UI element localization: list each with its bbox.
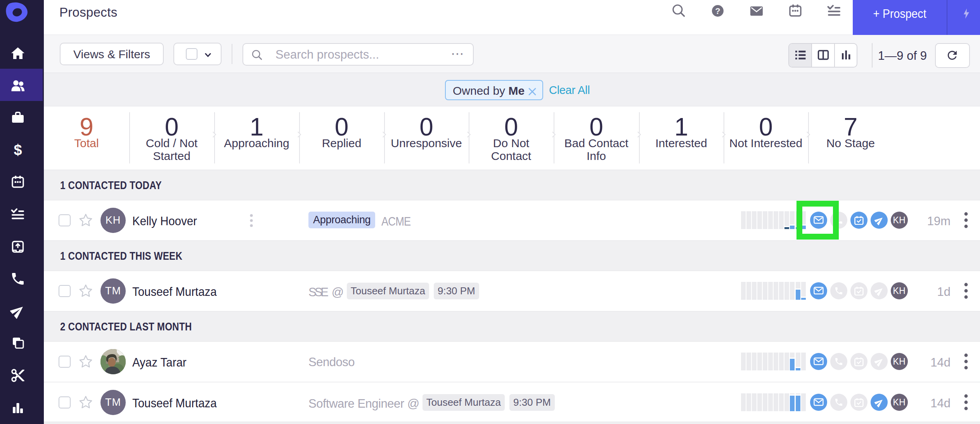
svg-text:?: ? (715, 6, 720, 16)
svg-text:$: $ (14, 142, 22, 158)
